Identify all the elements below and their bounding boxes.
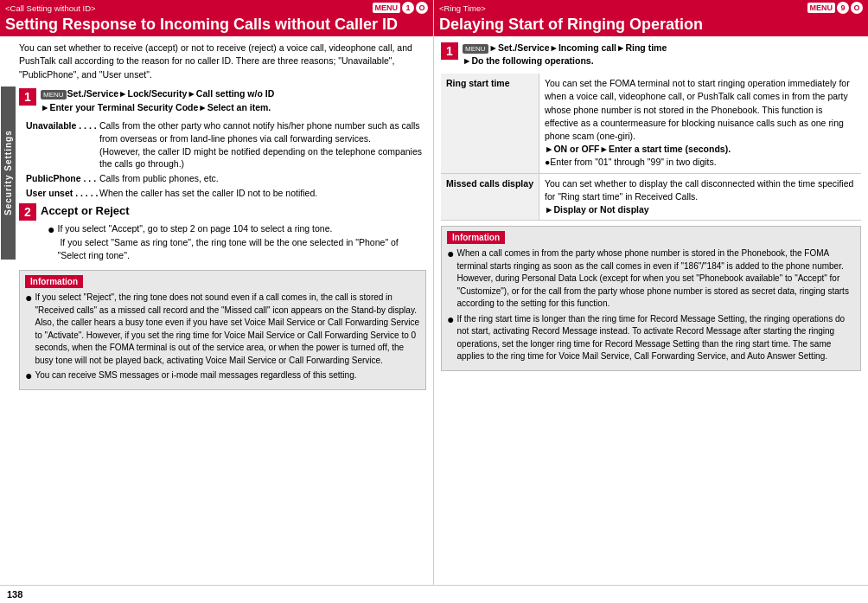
right-title: Delaying Start of Ringing Operation bbox=[439, 16, 863, 35]
side-label-container: Security Settings bbox=[0, 43, 16, 303]
right-info-box: Information ● When a call comes in from … bbox=[441, 226, 861, 371]
right-info-bullet1-text: When a call comes in from the party whos… bbox=[456, 247, 855, 311]
left-info-text: ● If you select "Reject", the ring tone … bbox=[25, 292, 420, 382]
right-ring-table: Ring start time You can set the FOMA ter… bbox=[441, 74, 861, 221]
right-menu-icons: MENU 9 O bbox=[807, 2, 864, 14]
right-info-bullet2-text: If the ring start time is longer than th… bbox=[456, 313, 855, 363]
left-info-bullet1: ● If you select "Reject", the ring tone … bbox=[25, 292, 420, 367]
left-icon2: O bbox=[416, 2, 428, 14]
left-info-bullet2-text: You can receive SMS messages or i-mode m… bbox=[35, 369, 356, 382]
right-step1-content: MENU►Set./Service►Incoming call►Ring tim… bbox=[463, 42, 861, 69]
right-info-header: Information bbox=[447, 231, 505, 244]
bullet-dot-1: ● bbox=[48, 223, 54, 235]
left-step2-content: Accept or Reject ● If you select "Accept… bbox=[41, 202, 426, 265]
right-info-bullet2: ● If the ring start time is longer than … bbox=[447, 313, 855, 363]
ring-table-term-1: Ring start time bbox=[441, 74, 539, 173]
right-tag: <Ring Time> bbox=[439, 3, 486, 13]
def-item-unavailable: Unavailable . . . . Calls from the other… bbox=[26, 119, 426, 170]
right-icon2: O bbox=[851, 2, 863, 14]
right-header-bar: <Ring Time> MENU 9 O Delaying Start of R… bbox=[434, 0, 868, 36]
left-info-bullet1-text: If you select "Reject", the ring tone do… bbox=[35, 292, 420, 367]
left-content: You can set whether to receive (accept) … bbox=[0, 36, 433, 585]
right-info-bullet1-dot: ● bbox=[447, 247, 454, 260]
left-step2-bullet1-text: If you select "Accept", go to step 2 on … bbox=[57, 222, 426, 263]
def-item-publicphone: PublicPhone . . . Calls from public phon… bbox=[26, 172, 426, 185]
left-step2: 2 Accept or Reject ● If you select "Acce… bbox=[19, 202, 426, 265]
def-desc-userunset: When the caller has set the caller ID no… bbox=[99, 187, 426, 200]
ring-table-row-1: Ring start time You can set the FOMA ter… bbox=[441, 74, 861, 173]
right-menu-icon: MENU bbox=[807, 3, 836, 13]
ring-table-desc-1: You can set the FOMA terminal not to sta… bbox=[539, 74, 861, 173]
right-info-bullet2-dot: ● bbox=[447, 313, 454, 325]
def-term-userunset: User unset . . . . . bbox=[26, 187, 99, 200]
right-step1: 1 MENU►Set./Service►Incoming call►Ring t… bbox=[441, 42, 861, 69]
left-step1-text: Set./Service bbox=[67, 88, 119, 99]
ring-table-row-2: Missed calls display You can set whether… bbox=[441, 173, 861, 221]
page-number: 138 bbox=[7, 589, 22, 600]
left-icon1: 1 bbox=[402, 2, 414, 14]
left-step1: 1 MENUSet./Service►Lock/Security►Call se… bbox=[19, 87, 426, 115]
left-intro: You can set whether to receive (accept) … bbox=[19, 42, 426, 82]
side-label: Security Settings bbox=[1, 87, 16, 260]
left-step2-heading: Accept or Reject bbox=[41, 202, 426, 220]
def-term-unavailable: Unavailable . . . . bbox=[26, 119, 99, 170]
right-panel: <Ring Time> MENU 9 O Delaying Start of R… bbox=[434, 0, 868, 585]
right-info-text: ● When a call comes in from the party wh… bbox=[447, 247, 855, 363]
left-step1-content: MENUSet./Service►Lock/Security►Call sett… bbox=[41, 87, 426, 115]
left-header-bar: <Call Setting without ID> MENU 1 O Setti… bbox=[0, 0, 433, 36]
def-term-publicphone: PublicPhone . . . bbox=[26, 172, 99, 185]
left-step2-bullets: ● If you select "Accept", go to step 2 o… bbox=[48, 222, 426, 263]
right-info-bullet1: ● When a call comes in from the party wh… bbox=[447, 247, 855, 311]
left-panel: <Call Setting without ID> MENU 1 O Setti… bbox=[0, 0, 434, 585]
left-def-list: Unavailable . . . . Calls from the other… bbox=[26, 119, 426, 199]
left-menu-icons: MENU 1 O bbox=[373, 2, 429, 14]
left-info-header: Information bbox=[25, 275, 83, 288]
left-info-bullet2: ● You can receive SMS messages or i-mode… bbox=[25, 369, 420, 382]
def-desc-unavailable: Calls from the other party who cannot no… bbox=[99, 119, 426, 170]
left-title: Setting Response to Incoming Calls witho… bbox=[5, 16, 428, 35]
right-step1-number: 1 bbox=[441, 42, 458, 60]
left-menu-icon: MENU bbox=[373, 3, 401, 13]
left-step2-number: 2 bbox=[19, 203, 36, 221]
left-info-bullet2-dot: ● bbox=[25, 369, 32, 382]
ring-table-desc-2: You can set whether to display the call … bbox=[539, 173, 861, 221]
left-info-bullet1-dot: ● bbox=[25, 292, 32, 304]
left-tag: <Call Setting without ID> bbox=[5, 3, 96, 13]
left-step2-bullet1: ● If you select "Accept", go to step 2 o… bbox=[48, 222, 426, 263]
right-icon1: 9 bbox=[837, 2, 849, 14]
def-item-userunset: User unset . . . . . When the caller has… bbox=[26, 187, 426, 200]
right-content: 1 MENU►Set./Service►Incoming call►Ring t… bbox=[434, 36, 868, 585]
page-footer: 138 bbox=[0, 585, 868, 603]
ring-table-term-2: Missed calls display bbox=[441, 173, 539, 221]
def-desc-publicphone: Calls from public phones, etc. bbox=[99, 172, 426, 185]
left-step1-number: 1 bbox=[19, 88, 36, 106]
left-step1-menu-icon: MENU bbox=[41, 90, 67, 99]
left-info-box: Information ● If you select "Reject", th… bbox=[19, 270, 426, 390]
right-step1-menu-icon: MENU bbox=[463, 44, 488, 54]
